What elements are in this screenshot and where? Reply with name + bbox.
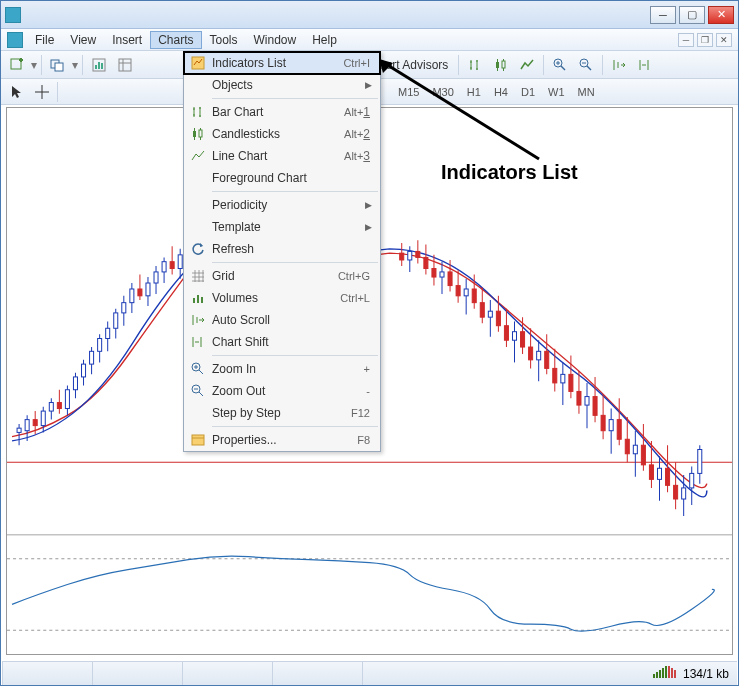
menu-autoscroll[interactable]: Auto Scroll xyxy=(184,309,380,331)
menu-step-by-step[interactable]: Step by Step F12 xyxy=(184,402,380,424)
indicators-list-label: Indicators List xyxy=(212,56,343,70)
menu-volumes[interactable]: Volumes Ctrl+L xyxy=(184,287,380,309)
svg-rect-28 xyxy=(65,390,69,409)
grid-shortcut: Ctrl+G xyxy=(338,270,380,282)
annotation-label: Indicators List xyxy=(441,161,578,184)
bar-chart-label: Bar Chart xyxy=(212,105,344,119)
svg-rect-132 xyxy=(698,449,702,473)
svg-rect-94 xyxy=(545,351,549,368)
menu-periodicity[interactable]: Periodicity ▶ xyxy=(184,194,380,216)
svg-rect-18 xyxy=(25,420,29,431)
charts-dropdown: Indicators List Ctrl+I Objects ▶ Bar Cha… xyxy=(183,51,381,452)
svg-rect-106 xyxy=(593,397,597,416)
profiles-button[interactable] xyxy=(46,54,70,76)
properties-label: Properties... xyxy=(212,433,357,447)
menu-objects[interactable]: Objects ▶ xyxy=(184,74,380,96)
line-chart-shortcut: Alt+3 xyxy=(344,149,380,163)
svg-rect-104 xyxy=(585,397,589,406)
svg-rect-86 xyxy=(512,332,516,341)
svg-rect-138 xyxy=(193,131,196,137)
line-chart-label: Line Chart xyxy=(212,149,344,163)
svg-rect-66 xyxy=(432,269,436,278)
autoscroll-icon xyxy=(191,313,205,327)
new-chart-button[interactable] xyxy=(5,54,29,76)
titlebar: ─ ▢ ✕ xyxy=(1,1,738,29)
zoom-out-icon xyxy=(191,384,205,398)
menu-line-chart[interactable]: Line Chart Alt+3 xyxy=(184,145,380,167)
market-watch-button[interactable] xyxy=(87,54,111,76)
menu-candlesticks[interactable]: Candlesticks Alt+2 xyxy=(184,123,380,145)
menu-help[interactable]: Help xyxy=(304,31,345,49)
menu-properties[interactable]: Properties... F8 xyxy=(184,429,380,451)
svg-rect-68 xyxy=(440,272,444,277)
svg-rect-142 xyxy=(201,297,203,303)
menu-view[interactable]: View xyxy=(62,31,104,49)
svg-rect-112 xyxy=(617,420,621,440)
close-button[interactable]: ✕ xyxy=(708,6,734,24)
mdi-close-button[interactable]: ✕ xyxy=(716,33,732,47)
grid-icon xyxy=(191,269,205,283)
app-window: ─ ▢ ✕ File View Insert Charts Tools Wind… xyxy=(0,0,739,686)
svg-rect-128 xyxy=(682,488,686,499)
svg-rect-44 xyxy=(130,289,134,303)
chart-shift-button[interactable] xyxy=(633,54,657,76)
svg-rect-58 xyxy=(400,253,404,260)
submenu-arrow-icon: ▶ xyxy=(365,200,380,210)
svg-rect-100 xyxy=(569,374,573,391)
auto-scroll-button[interactable] xyxy=(607,54,631,76)
menu-zoom-out[interactable]: Zoom Out - xyxy=(184,380,380,402)
volumes-label: Volumes xyxy=(212,291,340,305)
menu-template[interactable]: Template ▶ xyxy=(184,216,380,238)
menu-window[interactable]: Window xyxy=(246,31,305,49)
menu-indicators-list[interactable]: Indicators List Ctrl+I xyxy=(184,52,380,74)
svg-rect-82 xyxy=(496,311,500,326)
menu-insert[interactable]: Insert xyxy=(104,31,150,49)
svg-rect-114 xyxy=(625,439,629,454)
maximize-button[interactable]: ▢ xyxy=(679,6,705,24)
svg-rect-120 xyxy=(649,465,653,480)
cursor-button[interactable] xyxy=(5,81,29,103)
svg-rect-116 xyxy=(633,445,637,454)
data-window-button[interactable] xyxy=(113,54,137,76)
menu-zoom-in[interactable]: Zoom In + xyxy=(184,358,380,380)
submenu-arrow-icon: ▶ xyxy=(365,222,380,232)
menu-refresh[interactable]: Refresh xyxy=(184,238,380,260)
autoscroll-label: Auto Scroll xyxy=(212,313,380,327)
svg-rect-76 xyxy=(472,289,476,303)
menu-grid[interactable]: Grid Ctrl+G xyxy=(184,265,380,287)
svg-rect-42 xyxy=(122,303,126,313)
svg-rect-88 xyxy=(521,332,525,347)
svg-rect-56 xyxy=(178,255,182,269)
menu-tools[interactable]: Tools xyxy=(202,31,246,49)
menu-file[interactable]: File xyxy=(27,31,62,49)
svg-rect-64 xyxy=(424,257,428,268)
svg-rect-78 xyxy=(480,303,484,318)
refresh-icon xyxy=(191,242,205,256)
svg-rect-5 xyxy=(98,62,100,69)
candlestick-icon xyxy=(191,127,205,141)
stepbystep-shortcut: F12 xyxy=(351,407,380,419)
svg-rect-6 xyxy=(101,63,103,69)
svg-rect-46 xyxy=(138,289,142,296)
menu-chartshift[interactable]: Chart Shift xyxy=(184,331,380,353)
minimize-button[interactable]: ─ xyxy=(650,6,676,24)
mdi-minimize-button[interactable]: ─ xyxy=(678,33,694,47)
svg-rect-60 xyxy=(408,251,412,260)
volumes-shortcut: Ctrl+L xyxy=(340,292,380,304)
svg-rect-96 xyxy=(553,368,557,383)
tf-mn[interactable]: MN xyxy=(572,84,601,100)
svg-rect-126 xyxy=(674,485,678,499)
zoom-out-button[interactable] xyxy=(574,54,598,76)
zoom-in-button[interactable] xyxy=(548,54,572,76)
menu-bar-chart[interactable]: Bar Chart Alt+1 xyxy=(184,101,380,123)
menu-charts[interactable]: Charts xyxy=(150,31,201,49)
statusbar: 134/1 kb xyxy=(2,661,737,685)
menu-foreground-chart[interactable]: Foreground Chart xyxy=(184,167,380,189)
chartshift-label: Chart Shift xyxy=(212,335,380,349)
mdi-icon xyxy=(7,32,23,48)
svg-rect-16 xyxy=(17,428,21,432)
crosshair-button[interactable] xyxy=(30,81,54,103)
refresh-label: Refresh xyxy=(212,242,380,256)
bar-chart-shortcut: Alt+1 xyxy=(344,105,380,119)
mdi-restore-button[interactable]: ❐ xyxy=(697,33,713,47)
